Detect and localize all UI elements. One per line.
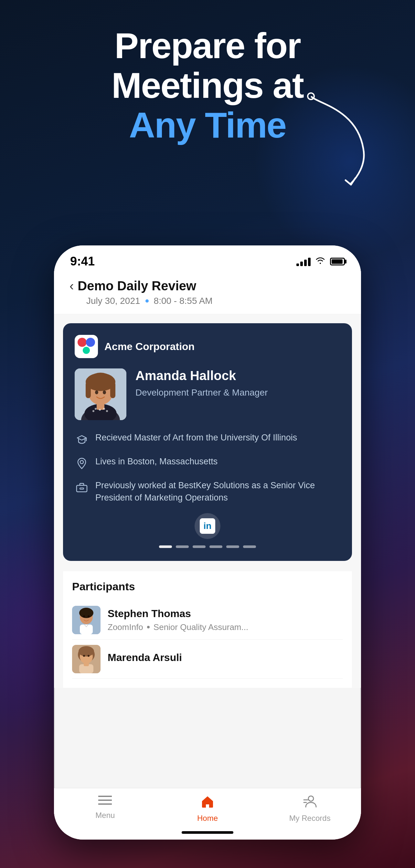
info-list: Recieved Master of Art from the Universi…: [75, 432, 340, 504]
person-title: Development Partner & Manager: [136, 386, 340, 399]
nav-subtitle: July 30, 2021 8:00 - 8:55 AM: [69, 296, 346, 306]
signal-icon: [296, 257, 310, 266]
svg-point-15: [92, 410, 94, 412]
status-bar: 9:41: [54, 245, 361, 272]
logo-circle-blue: [86, 338, 95, 347]
participant-item-2[interactable]: Marenda Arsuli: [72, 640, 343, 679]
svg-rect-33: [84, 662, 89, 666]
menu-icon: [98, 795, 112, 808]
svg-point-12: [95, 408, 97, 410]
education-text: Recieved Master of Art from the Universi…: [95, 432, 297, 444]
svg-point-29: [79, 646, 94, 656]
home-indicator: [182, 831, 233, 834]
battery-icon: [330, 258, 345, 266]
svg-point-8: [103, 391, 106, 394]
company-name: Acme Corporation: [105, 341, 195, 352]
hero-title-line2: Meetings at: [112, 65, 303, 105]
participant-1-role: Senior Quality Assuram...: [153, 622, 248, 632]
svg-point-7: [95, 391, 98, 394]
svg-rect-6: [110, 382, 115, 398]
meeting-date: July 30, 2021: [86, 296, 140, 306]
dot-5[interactable]: [226, 546, 239, 548]
content-area: Acme Corporation: [54, 314, 361, 688]
logo-circle-red: [78, 338, 87, 347]
nav-home-label: Home: [197, 814, 218, 823]
participant-1-avatar: [72, 606, 100, 634]
nav-header: ‹ Demo Daily Review July 30, 2021 8:00 -…: [54, 272, 361, 314]
dot-3[interactable]: [192, 546, 206, 548]
company-logo: [75, 335, 98, 358]
person-name: Amanda Hallock: [136, 368, 340, 383]
svg-point-31: [88, 655, 90, 657]
participants-section: Participants: [63, 571, 352, 688]
participant-1-info: Stephen Thomas ZoomInfo Senior Quality A…: [108, 608, 343, 632]
hero-title-highlight: Any Time: [129, 105, 286, 145]
work-item: Previously worked at BestKey Solutions a…: [75, 479, 340, 504]
person-info: Amanda Hallock Development Partner & Man…: [136, 368, 340, 399]
location-item: Lives in Boston, Massachusetts: [75, 456, 340, 470]
svg-point-0: [308, 93, 314, 99]
nav-records-label: My Records: [289, 814, 331, 823]
person-photo: [75, 368, 126, 420]
svg-point-30: [83, 655, 85, 657]
wifi-icon: [315, 256, 325, 267]
dot-2[interactable]: [176, 546, 189, 548]
svg-point-13: [99, 409, 101, 411]
participant-1-meta: ZoomInfo Senior Quality Assuram...: [108, 622, 343, 632]
decorative-arrow: [299, 90, 370, 189]
participants-title: Participants: [72, 580, 343, 593]
svg-point-37: [308, 796, 314, 801]
nav-title: Demo Daily Review: [78, 279, 196, 293]
work-icon: [75, 480, 89, 494]
participant-1-company: ZoomInfo: [108, 622, 143, 632]
status-icons: [296, 256, 345, 267]
location-icon: [75, 456, 89, 470]
svg-point-17: [80, 461, 83, 464]
svg-rect-5: [86, 382, 91, 398]
svg-rect-18: [77, 485, 87, 492]
dot-1[interactable]: [159, 546, 172, 548]
participant-2-info: Marenda Arsuli: [108, 652, 343, 666]
education-item: Recieved Master of Art from the Universi…: [75, 432, 340, 446]
svg-rect-19: [80, 488, 84, 489]
svg-point-24: [88, 615, 90, 617]
participant-2-name: Marenda Arsuli: [108, 652, 343, 663]
participant-2-avatar: [72, 645, 100, 673]
phone-mockup: 9:41 ‹ Demo Daily Review: [54, 245, 361, 840]
back-button[interactable]: ‹: [69, 279, 74, 293]
work-text: Previously worked at BestKey Solutions a…: [95, 479, 340, 504]
status-time: 9:41: [70, 254, 95, 268]
meeting-time: 8:00 - 8:55 AM: [154, 296, 213, 306]
hero-title-line1: Prepare for: [114, 26, 301, 66]
company-row: Acme Corporation: [75, 335, 340, 358]
nav-item-records[interactable]: My Records: [281, 795, 339, 823]
pagination-dots: [75, 546, 340, 549]
nav-menu-label: Menu: [95, 811, 115, 820]
svg-point-16: [106, 410, 108, 412]
svg-point-14: [103, 408, 105, 410]
separator-dot: [145, 299, 149, 303]
svg-point-22: [79, 608, 93, 618]
linkedin-button[interactable]: in: [75, 513, 340, 539]
home-icon: [201, 795, 214, 811]
participant-item-1[interactable]: Stephen Thomas ZoomInfo Senior Quality A…: [72, 600, 343, 640]
profile-card[interactable]: Acme Corporation: [63, 323, 352, 561]
dot-4[interactable]: [209, 546, 223, 548]
dot-6[interactable]: [243, 546, 256, 548]
svg-rect-25: [80, 624, 93, 634]
records-icon: [303, 795, 317, 811]
logo-shape-green: [83, 347, 90, 354]
location-text: Lives in Boston, Massachusetts: [95, 456, 217, 468]
svg-point-23: [83, 615, 85, 617]
scrollable-content: Acme Corporation: [54, 314, 361, 825]
nav-item-home[interactable]: Home: [178, 795, 237, 823]
participant-1-name: Stephen Thomas: [108, 608, 343, 620]
education-icon: [75, 432, 89, 446]
nav-item-menu[interactable]: Menu: [76, 795, 134, 820]
person-row: Amanda Hallock Development Partner & Man…: [75, 368, 340, 420]
